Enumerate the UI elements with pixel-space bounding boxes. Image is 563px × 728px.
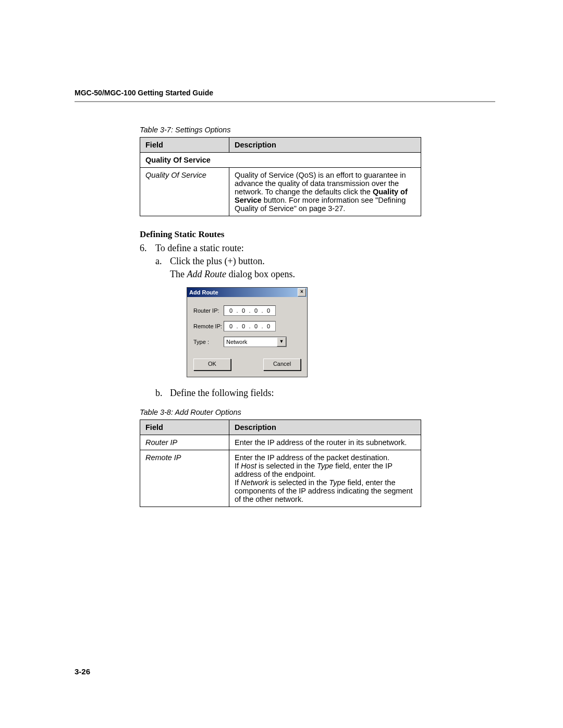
step-6a-followup: The Add Route dialog box opens. [170, 269, 495, 280]
table-row: Remote IP Enter the IP address of the pa… [140, 450, 421, 507]
router-ip-label: Router IP: [193, 307, 224, 314]
table-header-row: Field Description [140, 138, 421, 153]
router-ip-input[interactable]: 0. 0. 0. 0 [224, 305, 276, 316]
type-select[interactable]: Network ▼ [224, 337, 287, 347]
table-3-8: Field Description Router IP Enter the IP… [140, 419, 421, 507]
step-6: 6. To define a static route: [140, 243, 495, 254]
col-description: Description [229, 138, 421, 153]
col-description: Description [229, 420, 421, 435]
page-number: 3-26 [75, 667, 90, 676]
remote-ip-input[interactable]: 0. 0. 0. 0 [224, 321, 276, 331]
running-header: MGC-50/MGC-100 Getting Started Guide [75, 89, 495, 97]
cancel-button[interactable]: Cancel [263, 359, 301, 371]
step-6a: a. Click the plus (+) button. [155, 256, 495, 267]
chevron-down-icon: ▼ [277, 337, 286, 347]
section-heading: Defining Static Routes [140, 229, 495, 240]
table-row: Quality Of Service Quality of Service (Q… [140, 168, 421, 216]
router-ip-field: Router IP [140, 435, 229, 450]
table-subheader-row: Quality Of Service [140, 153, 421, 168]
table-3-7: Field Description Quality Of Service Qua… [140, 137, 421, 216]
remote-ip-field: Remote IP [140, 450, 229, 507]
type-label: Type : [193, 339, 224, 345]
qos-description: Quality of Service (QoS) is an effort to… [229, 168, 421, 216]
add-route-dialog: Add Route × Router IP: 0. 0. 0. 0 Remote… [187, 287, 308, 377]
dialog-title: Add Route [189, 289, 218, 295]
header-divider [75, 101, 495, 102]
close-icon[interactable]: × [298, 288, 306, 297]
step-6b: b. Define the following fields: [155, 388, 495, 399]
table-row: Router IP Enter the IP address of the ro… [140, 435, 421, 450]
col-field: Field [140, 138, 229, 153]
qos-field: Quality Of Service [140, 168, 229, 216]
remote-ip-label: Remote IP: [193, 323, 224, 329]
ok-button[interactable]: OK [193, 359, 231, 371]
qos-subheader: Quality Of Service [140, 153, 421, 168]
router-ip-description: Enter the IP address of the router in it… [229, 435, 421, 450]
table-header-row: Field Description [140, 420, 421, 435]
table-3-7-caption: Table 3-7: Settings Options [140, 126, 421, 134]
col-field: Field [140, 420, 229, 435]
dialog-titlebar: Add Route × [187, 288, 307, 297]
remote-ip-description: Enter the IP address of the packet desti… [229, 450, 421, 507]
table-3-8-caption: Table 3-8: Add Router Options [140, 408, 421, 416]
